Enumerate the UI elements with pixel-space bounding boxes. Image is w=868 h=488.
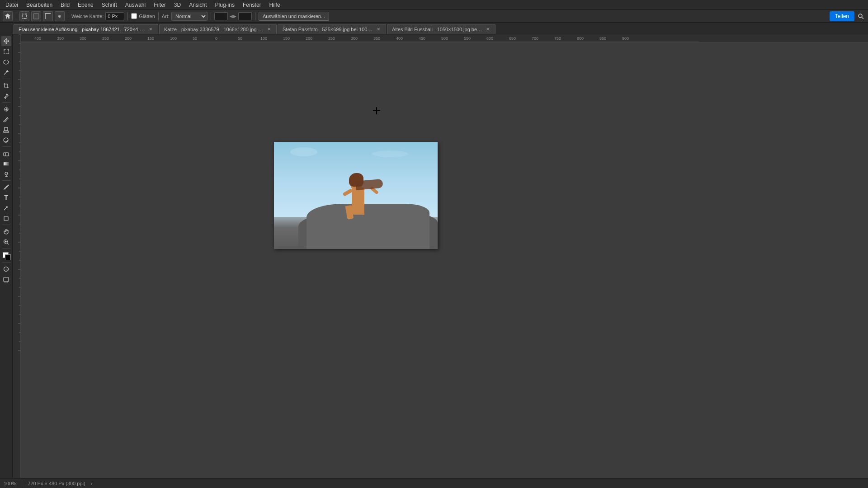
eyedropper-btn[interactable] <box>1 91 11 101</box>
tool-btn-4[interactable]: ⊕ <box>55 11 65 21</box>
screen-mode-btn[interactable] <box>1 274 11 284</box>
tool-btn-3[interactable] <box>43 11 53 21</box>
svg-text:600: 600 <box>486 36 493 41</box>
tab-1[interactable]: Katze - pixabay 3336579 - 1066×1280.jpg … <box>159 24 277 34</box>
tab-2[interactable]: Stefan Passfoto - 525×699.jpg bei 100% (… <box>278 24 386 34</box>
hi-input[interactable] <box>238 12 252 20</box>
foreground-color[interactable] <box>1 251 11 261</box>
status-arrow[interactable]: › <box>91 481 93 486</box>
workspace[interactable] <box>21 42 868 478</box>
tab-0-close[interactable]: ✕ <box>148 27 153 32</box>
tab-0[interactable]: Frau sehr kleine Auflösung - pixabay 186… <box>14 24 158 34</box>
tab-1-label: Katze - pixabay 3336579 - 1066×1280.jpg … <box>164 27 264 32</box>
pen-btn[interactable] <box>1 182 11 192</box>
svg-rect-12 <box>5 127 8 131</box>
magic-wand-btn[interactable] <box>1 67 11 77</box>
zoom-btn[interactable] <box>1 237 11 247</box>
eraser-btn[interactable] <box>1 148 11 158</box>
svg-text:200: 200 <box>125 36 132 41</box>
svg-point-2 <box>859 14 862 18</box>
brush-btn[interactable] <box>1 114 11 124</box>
tab-3-label: Altes Bild Fussball - 1050×1500.jpg bei … <box>392 27 482 32</box>
weiche-kante-label: Weiche Kante: <box>71 14 104 19</box>
menu-3d[interactable]: 3D <box>170 1 184 9</box>
search-icon[interactable] <box>856 12 865 21</box>
svg-text:650: 650 <box>509 36 516 41</box>
menubar: Datei Bearbeiten Bild Ebene Schrift Ausw… <box>0 0 868 10</box>
svg-text:400: 400 <box>396 36 403 41</box>
ltool-sep-2 <box>2 102 10 103</box>
svg-text:250: 250 <box>102 36 109 41</box>
crop-tool-btn[interactable] <box>1 80 11 90</box>
svg-rect-21 <box>4 216 8 221</box>
svg-rect-13 <box>4 131 9 132</box>
canvas-image <box>274 142 438 249</box>
tab-3-close[interactable]: ✕ <box>485 27 491 32</box>
menu-bearbeiten[interactable]: Bearbeiten <box>23 1 56 9</box>
tab-2-close[interactable]: ✕ <box>376 27 381 32</box>
status-sep-1 <box>22 480 22 487</box>
menu-hilfe[interactable]: Hilfe <box>266 1 284 9</box>
svg-line-23 <box>7 243 9 244</box>
svg-text:50: 50 <box>238 36 242 41</box>
art-select[interactable]: Normal Festgelegt Fest skaliert <box>171 12 208 21</box>
ltool-sep-6 <box>2 248 10 249</box>
tab-2-label: Stefan Passfoto - 525×699.jpg bei 100% (… <box>283 27 373 32</box>
svg-line-3 <box>862 17 863 19</box>
menu-filter[interactable]: Filter <box>150 1 170 9</box>
left-toolbar: T <box>0 34 13 478</box>
menu-plugins[interactable]: Plug-ins <box>212 1 238 9</box>
weiche-kante-input[interactable] <box>105 12 124 20</box>
selection-tool-btn[interactable] <box>1 47 11 56</box>
toolbar-separator-5 <box>211 12 211 20</box>
tab-3[interactable]: Altes Bild Fussball - 1050×1500.jpg bei … <box>387 24 495 34</box>
move-tool-btn[interactable] <box>1 36 11 46</box>
select-mask-button[interactable]: Auswählen und maskieren... <box>259 12 329 21</box>
stamp-btn[interactable] <box>1 125 11 135</box>
menu-schrift[interactable]: Schrift <box>98 1 121 9</box>
teilen-button[interactable]: Teilen <box>830 11 854 21</box>
toolbar-separator-4 <box>158 12 159 20</box>
gradient-btn[interactable] <box>1 159 11 169</box>
svg-text:300: 300 <box>80 36 86 41</box>
svg-text:350: 350 <box>57 36 64 41</box>
history-btn[interactable] <box>1 135 11 145</box>
svg-text:250: 250 <box>328 36 335 41</box>
toolbar-separator-6 <box>255 12 255 20</box>
menu-fenster[interactable]: Fenster <box>239 1 265 9</box>
svg-text:450: 450 <box>419 36 425 41</box>
toolbar-separator-1 <box>16 12 16 20</box>
ltool-sep-4 <box>2 180 10 181</box>
shape-btn[interactable] <box>1 213 11 223</box>
home-button[interactable] <box>3 11 13 21</box>
menu-bild[interactable]: Bild <box>57 1 73 9</box>
svg-text:400: 400 <box>34 36 41 41</box>
svg-rect-31 <box>13 34 21 478</box>
path-select-btn[interactable] <box>1 203 11 213</box>
menu-ansicht[interactable]: Ansicht <box>185 1 210 9</box>
rect-select-button[interactable] <box>19 11 29 21</box>
lasso-tool-btn[interactable] <box>1 57 11 67</box>
zoom-level: 100% <box>4 481 16 486</box>
tab-1-close[interactable]: ✕ <box>266 27 272 32</box>
toolbar-separator-2 <box>68 12 68 20</box>
svg-rect-27 <box>4 277 9 282</box>
healing-btn[interactable] <box>1 104 11 114</box>
menu-datei[interactable]: Datei <box>2 1 22 9</box>
tabs-bar: Frau sehr kleine Auflösung - pixabay 186… <box>0 23 868 34</box>
svg-text:550: 550 <box>464 36 471 41</box>
hand-btn[interactable] <box>1 226 11 236</box>
text-btn[interactable]: T <box>1 192 11 202</box>
mask-mode-btn[interactable] <box>1 264 11 274</box>
glatten-checkbox[interactable] <box>131 13 137 19</box>
svg-text:750: 750 <box>554 36 561 41</box>
svg-text:100: 100 <box>170 36 177 41</box>
dodge-btn[interactable] <box>1 169 11 179</box>
menu-auswahl[interactable]: Auswahl <box>122 1 149 9</box>
svg-rect-0 <box>22 14 27 19</box>
tab-0-label: Frau sehr kleine Auflösung - pixabay 186… <box>19 27 145 32</box>
main-area: T <box>0 34 868 478</box>
menu-ebene[interactable]: Ebene <box>74 1 97 9</box>
marquee-button[interactable] <box>31 11 41 21</box>
opacity-input[interactable] <box>214 12 228 20</box>
